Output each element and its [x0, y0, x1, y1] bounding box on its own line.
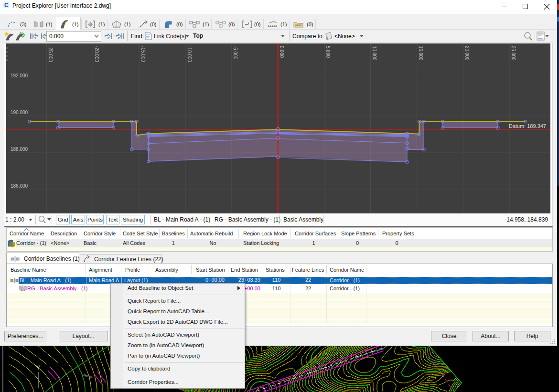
- svg-text:5.000: 5.000: [325, 46, 331, 58]
- svg-text:186.000: 186.000: [11, 183, 28, 189]
- svg-text:!: !: [11, 242, 13, 247]
- svg-text:192.000: 192.000: [11, 73, 28, 78]
- svg-text:Datum: 189.347: Datum: 189.347: [509, 123, 546, 129]
- svg-text:188.000: 188.000: [11, 147, 28, 152]
- svg-text:-10.000: -10.000: [187, 46, 192, 62]
- svg-text:25.000: 25.000: [511, 46, 516, 61]
- svg-text:-15.000: -15.000: [140, 46, 146, 62]
- svg-text:-20.000: -20.000: [94, 46, 99, 62]
- svg-text:0.000: 0.000: [279, 46, 284, 58]
- svg-text:-25.000: -25.000: [48, 46, 53, 62]
- svg-text:190.000: 190.000: [11, 110, 28, 115]
- svg-text:10.000: 10.000: [372, 46, 377, 61]
- svg-text:Y: Y: [36, 364, 41, 371]
- svg-text:15.000: 15.000: [418, 46, 423, 61]
- svg-text:20.000: 20.000: [464, 46, 470, 61]
- svg-text:-5.000: -5.000: [233, 46, 238, 60]
